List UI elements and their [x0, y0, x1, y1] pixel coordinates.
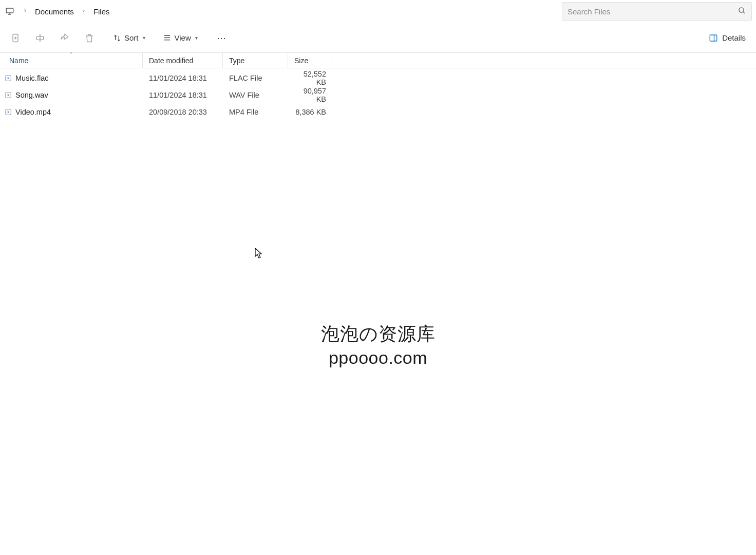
svg-rect-0	[6, 8, 13, 13]
search-box[interactable]	[562, 2, 752, 21]
file-name: Music.flac	[15, 74, 48, 82]
svg-rect-15	[710, 35, 717, 41]
chevron-down-icon: ▾	[195, 35, 198, 41]
file-name: Song.wav	[15, 91, 48, 99]
share-button[interactable]	[52, 28, 77, 48]
sort-button[interactable]: Sort ▾	[107, 28, 152, 48]
chevron-down-icon: ▾	[143, 35, 145, 41]
column-header-size[interactable]: Size	[288, 53, 332, 68]
sort-asc-icon: ˄	[70, 51, 72, 57]
svg-line-4	[743, 12, 745, 13]
svg-point-3	[739, 8, 744, 12]
file-type: FLAC File	[223, 74, 288, 82]
media-file-icon	[4, 108, 12, 116]
search-icon[interactable]	[738, 6, 746, 16]
file-modified: 11/01/2024 18:31	[143, 74, 223, 82]
chevron-right-icon[interactable]	[77, 8, 90, 15]
file-list[interactable]: Music.flac 11/01/2024 18:31 FLAC File 52…	[0, 68, 756, 121]
file-modified: 11/01/2024 18:31	[143, 91, 223, 99]
column-header-name[interactable]: ˄ Name	[0, 53, 143, 68]
file-row[interactable]: Song.wav 11/01/2024 18:31 WAV File 90,95…	[0, 86, 756, 103]
view-label: View	[175, 33, 191, 42]
file-modified: 20/09/2018 20:33	[143, 108, 223, 116]
file-row[interactable]: Video.mp4 20/09/2018 20:33 MP4 File 8,38…	[0, 103, 756, 120]
more-button[interactable]: ⋯	[211, 28, 233, 48]
breadcrumb-bar: Documents Files	[0, 0, 756, 23]
new-button[interactable]	[3, 28, 28, 48]
file-size: 90,957 KB	[288, 87, 332, 103]
details-label: Details	[722, 33, 746, 42]
column-header-modified[interactable]: Date modified	[143, 53, 223, 68]
file-type: MP4 File	[223, 108, 288, 116]
view-button[interactable]: View ▾	[157, 28, 204, 48]
media-file-icon	[4, 74, 12, 82]
sort-label: Sort	[124, 33, 139, 42]
cursor-icon	[255, 248, 263, 261]
monitor-icon[interactable]	[4, 6, 15, 17]
search-input[interactable]	[568, 7, 733, 16]
watermark: 泡泡の资源库 ppoooo.com	[321, 322, 436, 368]
file-size: 52,552 KB	[288, 70, 332, 86]
column-headers: ˄ Name Date modified Type Size	[0, 53, 756, 68]
delete-button[interactable]	[77, 28, 102, 48]
column-header-type[interactable]: Type	[223, 53, 288, 68]
watermark-line2: ppoooo.com	[321, 348, 436, 368]
toolbar: Sort ▾ View ▾ ⋯ Details	[0, 23, 756, 53]
breadcrumb-files[interactable]: Files	[90, 5, 113, 18]
file-name: Video.mp4	[15, 108, 51, 116]
rename-button[interactable]	[28, 28, 52, 48]
chevron-right-icon[interactable]	[18, 8, 32, 15]
watermark-line1: 泡泡の资源库	[321, 322, 436, 347]
breadcrumb-documents[interactable]: Documents	[32, 5, 77, 18]
file-type: WAV File	[223, 91, 288, 99]
file-size: 8,386 KB	[288, 108, 332, 116]
details-button[interactable]: Details	[702, 28, 753, 48]
media-file-icon	[4, 91, 12, 99]
file-row[interactable]: Music.flac 11/01/2024 18:31 FLAC File 52…	[0, 69, 756, 86]
